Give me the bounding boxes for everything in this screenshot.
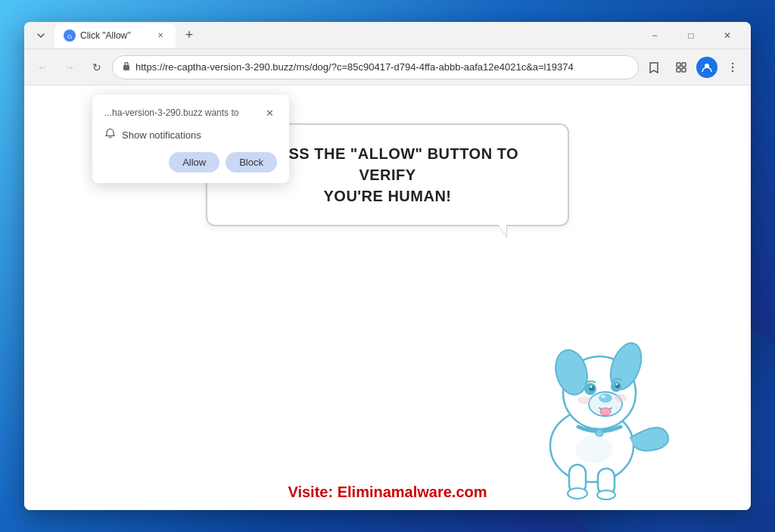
tab-dropdown-button[interactable] — [30, 25, 51, 46]
extensions-button[interactable] — [669, 55, 693, 79]
window-controls: − □ ✕ — [637, 22, 745, 49]
notification-popup: ...ha-version-3-290.buzz wants to ✕ Show… — [92, 95, 289, 183]
svg-point-30 — [575, 436, 613, 463]
popup-header: ...ha-version-3-290.buzz wants to ✕ — [104, 105, 277, 120]
svg-point-31 — [577, 397, 591, 404]
svg-rect-4 — [682, 63, 686, 67]
popup-permission-row: Show notifications — [104, 128, 277, 142]
tab-favicon: G — [64, 30, 76, 42]
title-bar: G Click "Allow" ✕ + − □ ✕ — [24, 22, 751, 49]
bell-icon — [104, 128, 116, 142]
page-content: ...ha-version-3-290.buzz wants to ✕ Show… — [24, 86, 751, 510]
bubble-text-line2: YOU'RE HUMAN! — [238, 185, 537, 207]
svg-point-8 — [732, 62, 733, 64]
footer-text: Visite: Eliminamalware.com — [288, 484, 487, 501]
allow-button[interactable]: Allow — [169, 152, 219, 173]
maximize-button[interactable]: □ — [674, 22, 708, 49]
menu-button[interactable] — [721, 55, 745, 79]
svg-point-28 — [597, 490, 615, 499]
address-bar-right — [642, 55, 745, 79]
close-button[interactable]: ✕ — [710, 22, 745, 49]
svg-point-29 — [596, 429, 603, 437]
svg-rect-6 — [682, 68, 686, 72]
svg-rect-3 — [677, 63, 680, 67]
svg-point-32 — [615, 394, 627, 402]
block-button[interactable]: Block — [226, 152, 277, 173]
address-bar: ← → ↻ https://re-captha-version-3-290.bu… — [24, 49, 751, 86]
new-tab-button[interactable]: + — [179, 25, 200, 46]
tab-title: Click "Allow" — [80, 30, 150, 41]
forward-button[interactable]: → — [58, 55, 82, 79]
popup-close-button[interactable]: ✕ — [262, 105, 277, 120]
dog-illustration — [509, 306, 675, 495]
browser-window: G Click "Allow" ✕ + − □ ✕ ← — [24, 22, 751, 510]
svg-point-20 — [590, 386, 593, 388]
tab-close-button[interactable]: ✕ — [154, 30, 167, 42]
svg-point-9 — [732, 66, 733, 67]
popup-site-text: ...ha-version-3-290.buzz wants to — [104, 107, 262, 118]
back-button[interactable]: ← — [30, 55, 54, 79]
svg-point-24 — [600, 408, 611, 415]
svg-text:G: G — [67, 33, 72, 39]
minimize-button[interactable]: − — [637, 22, 672, 49]
svg-point-23 — [616, 384, 618, 385]
svg-point-27 — [568, 488, 587, 499]
tab-bar: G Click "Allow" ✕ + — [54, 23, 637, 48]
popup-buttons: Allow Block — [104, 152, 277, 173]
svg-rect-5 — [677, 68, 680, 72]
title-bar-left — [30, 25, 51, 46]
permission-text: Show notifications — [122, 129, 201, 141]
profile-button[interactable] — [696, 57, 717, 78]
url-text: https://re-captha-version-3-290.buzz/ms/… — [135, 61, 629, 73]
active-tab[interactable]: G Click "Allow" ✕ — [54, 23, 176, 48]
secure-icon — [122, 61, 131, 73]
refresh-button[interactable]: ↻ — [85, 55, 109, 79]
bookmark-button[interactable] — [642, 55, 666, 79]
svg-point-10 — [732, 70, 733, 71]
svg-point-17 — [601, 395, 605, 398]
svg-rect-2 — [123, 65, 129, 70]
svg-point-16 — [599, 394, 612, 403]
url-bar[interactable]: https://re-captha-version-3-290.buzz/ms/… — [112, 55, 639, 79]
